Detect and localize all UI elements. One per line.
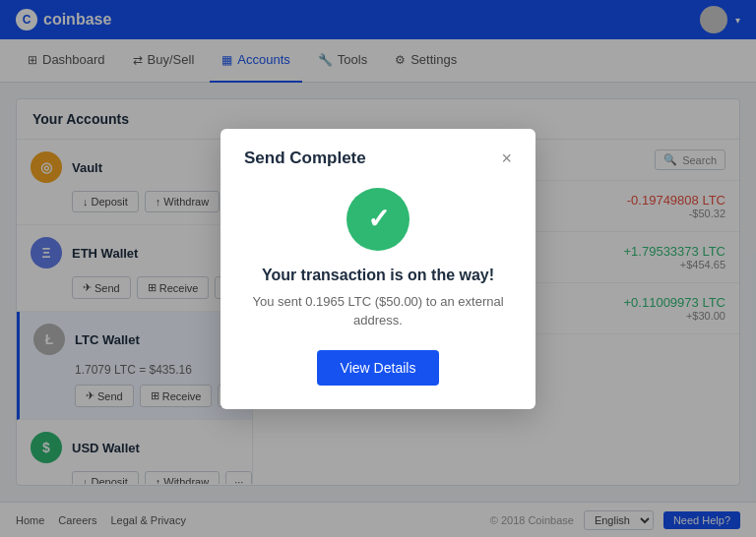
send-complete-modal: Send Complete × ✓ Your transaction is on… <box>220 129 536 409</box>
modal-heading: Your transaction is on the way! <box>244 267 512 284</box>
modal-description: You sent 0.1965 LTC ($50.00) to an exter… <box>244 292 512 330</box>
modal-title: Send Complete <box>244 149 366 168</box>
modal-header: Send Complete × <box>244 149 512 168</box>
modal-overlay[interactable]: Send Complete × ✓ Your transaction is on… <box>0 0 756 537</box>
view-details-button[interactable]: View Details <box>317 350 440 386</box>
checkmark-icon: ✓ <box>367 203 390 235</box>
success-circle: ✓ <box>346 188 410 251</box>
modal-close-button[interactable]: × <box>501 149 512 167</box>
modal-body: ✓ Your transaction is on the way! You se… <box>244 188 512 386</box>
